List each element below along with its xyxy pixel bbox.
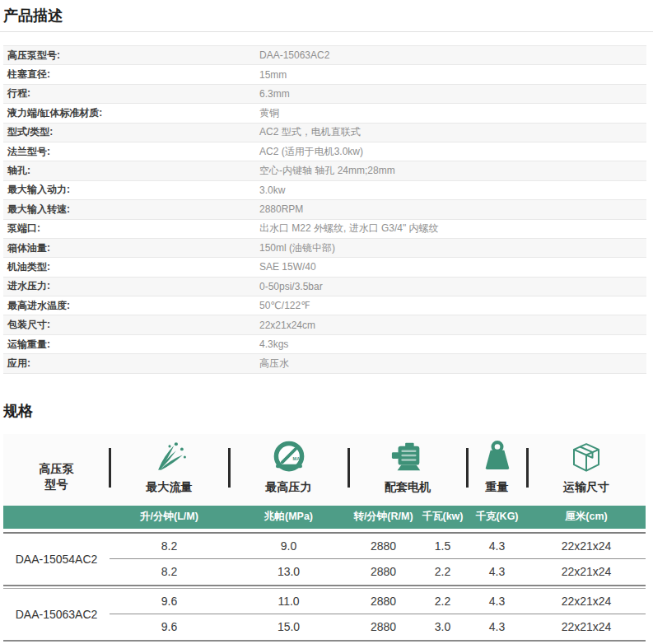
column-divider [526, 448, 529, 488]
table-cell: 9.6 [110, 589, 229, 614]
description-value: DAA-15063AC2 [259, 49, 329, 61]
description-row: 法兰型号:AC2 (适用于电机3.0kw) [3, 142, 646, 161]
spec-header-weight-label: 重量 [486, 479, 509, 495]
description-row: 泵端口:出水口 M22 外螺纹, 进水口 G3/4" 内螺纹 [3, 220, 646, 239]
table-cell: 3.0 [418, 614, 467, 640]
table-cell: 13.0 [229, 559, 348, 585]
description-label: 法兰型号: [3, 145, 259, 159]
spec-header-pressure-label: 最高压力 [266, 479, 312, 495]
unit-header-flow: 升/分钟(L/M) [110, 506, 229, 529]
electric-motor-icon [389, 439, 427, 475]
description-value: 22x21x24cm [259, 320, 315, 331]
description-value: 150ml (油镜中部) [259, 241, 335, 255]
column-divider [466, 448, 469, 488]
description-value: 黄铜 [259, 106, 279, 120]
description-label: 液力端/缸体标准材质: [3, 106, 259, 120]
description-row: 最大输入动力:3.0kw [3, 181, 646, 200]
description-value: 15mm [259, 69, 287, 81]
description-table: 高压泵型号:DAA-15063AC2 柱塞直径:15mm 行程:6.3mm 液力… [3, 45, 646, 374]
description-label: 柱塞直径: [3, 68, 259, 82]
table-bottom-rule [3, 640, 646, 643]
spec-header-weight: 重量 [467, 434, 527, 506]
table-cell: 1.5 [418, 534, 467, 559]
table-cell: 22x21x24 [527, 534, 646, 559]
spec-header-motor: 配套电机 [348, 434, 467, 506]
description-row: 行程:6.3mm [3, 85, 646, 104]
spec-table: 高压泵 型号 最大流量 [3, 434, 646, 643]
description-value: AC2 型式，电机直联式 [259, 125, 361, 139]
spec-header-pressure: MAX 最高压力 [229, 434, 348, 506]
description-label: 最大输入动力: [3, 183, 259, 197]
description-value: 50℃/122℉ [259, 300, 310, 311]
table-cell: 4.3 [467, 614, 527, 640]
unit-header-pressure: 兆帕(MPa) [229, 506, 348, 529]
description-label: 包装尺寸: [3, 318, 259, 332]
table-cell: 2880 [348, 589, 418, 614]
weight-icon [481, 439, 514, 475]
column-divider [109, 448, 111, 488]
description-label: 箱体油量: [3, 241, 259, 255]
unit-header-rpm: 转/分钟(R/M) [348, 506, 418, 529]
model-cell: DAA-15054AC2 [3, 534, 110, 585]
table-cell: 2880 [348, 614, 418, 640]
description-row: 液力端/缸体标准材质:黄铜 [3, 104, 646, 123]
unit-header-cm: 厘米(cm) [527, 506, 646, 529]
description-value: 出水口 M22 外螺纹, 进水口 G3/4" 内螺纹 [259, 222, 439, 236]
description-label: 运输重量: [3, 338, 259, 352]
column-divider [228, 448, 231, 488]
description-row: 应用:高压水 [3, 354, 646, 373]
description-row: 运输重量:4.3kgs [3, 335, 646, 354]
description-label: 最高进水温度: [3, 299, 259, 313]
table-cell: 11.0 [229, 589, 348, 614]
description-value: 0-50psi/3.5bar [259, 281, 323, 292]
description-row: 包装尺寸:22x21x24cm [3, 315, 646, 334]
section-divider [0, 31, 653, 32]
description-label: 进水压力: [3, 279, 259, 293]
spec-header-model: 高压泵 型号 [3, 434, 110, 506]
spec-header-model-line1: 高压泵 [40, 461, 74, 477]
unit-header-kw: 千瓦(kw) [418, 506, 467, 529]
table-cell: 8.2 [110, 559, 229, 585]
spec-header-motor-label: 配套电机 [385, 479, 431, 495]
description-label: 应用: [3, 357, 259, 371]
description-label: 泵端口: [3, 222, 259, 236]
description-row: 最高进水温度:50℃/122℉ [3, 296, 646, 315]
description-row: 轴孔:空心-内键轴 轴孔 24mm;28mm [3, 161, 646, 180]
gauge-max-label: MAX [292, 455, 303, 460]
table-cell: 9.0 [229, 534, 348, 559]
table-cell: 22x21x24 [527, 589, 646, 614]
description-value: 3.0kw [259, 184, 285, 196]
table-cell: 8.2 [110, 534, 229, 559]
description-label: 机油类型: [3, 260, 259, 274]
table-cell: 2880 [348, 559, 418, 585]
product-page: 产品描述 高压泵型号:DAA-15063AC2 柱塞直径:15mm 行程:6.3… [0, 0, 653, 643]
unit-header-empty [3, 506, 110, 529]
section-title-description: 产品描述 [0, 6, 653, 26]
water-spray-icon [152, 439, 187, 475]
spec-header-flow: 最大流量 [110, 434, 229, 506]
table-cell: 22x21x24 [527, 614, 646, 640]
description-value: 6.3mm [259, 88, 290, 100]
description-row: 高压泵型号:DAA-15063AC2 [3, 46, 646, 65]
pressure-gauge-icon: MAX [271, 439, 307, 475]
description-value: AC2 (适用于电机3.0kw) [259, 145, 363, 159]
description-label: 轴孔: [3, 164, 259, 178]
table-cell: 4.3 [467, 534, 527, 559]
table-cell: 2.2 [418, 559, 467, 585]
description-label: 高压泵型号: [3, 49, 259, 63]
description-value: 4.3kgs [259, 338, 288, 350]
section-title-specs: 规格 [0, 401, 653, 421]
spec-header-dimensions-label: 运输尺寸 [563, 479, 609, 495]
unit-header-kg: 千克(KG) [467, 506, 527, 529]
description-label: 最大输入转速: [3, 203, 259, 217]
column-divider [347, 448, 350, 488]
table-cell: 22x21x24 [527, 559, 646, 585]
spec-header-dimensions: 运输尺寸 [527, 434, 646, 506]
shipping-box-icon [570, 439, 603, 475]
description-row: 柱塞直径:15mm [3, 65, 646, 84]
table-cell: 2.2 [418, 589, 467, 614]
spec-header-flow-label: 最大流量 [147, 479, 193, 495]
description-row: 箱体油量:150ml (油镜中部) [3, 239, 646, 258]
description-value: 高压水 [259, 357, 289, 371]
table-cell: 15.0 [229, 614, 348, 640]
